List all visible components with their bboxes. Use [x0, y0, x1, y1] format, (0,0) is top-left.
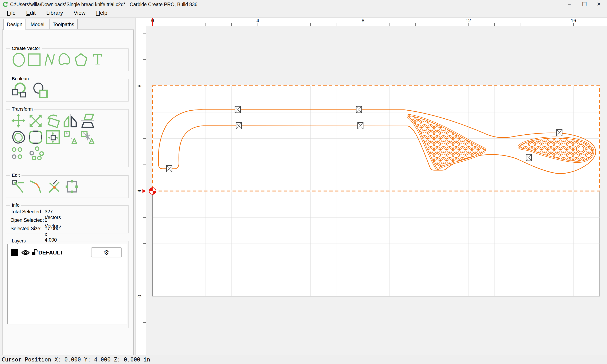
hole-clearance [575, 143, 586, 154]
tab-design[interactable]: Design [3, 19, 26, 30]
boolean-subtract-icon[interactable] [32, 82, 49, 99]
ruler-tick [415, 23, 416, 26]
curve-edit-tool-icon[interactable] [29, 179, 44, 194]
section-title: Create Vector [10, 46, 42, 51]
section-boolean: Boolean [6, 79, 129, 102]
tab-marker[interactable] [356, 106, 362, 113]
section-edit: Edit [6, 175, 129, 198]
inset-tool-icon[interactable] [46, 130, 60, 144]
window-title: C:\Users\willa\Downloads\Single bread kn… [10, 2, 197, 7]
section-create-vector: Create Vector T [6, 49, 129, 71]
rotate-tool-icon[interactable] [46, 113, 61, 128]
layer-name: DEFAULT [38, 249, 63, 256]
ruler-tick [143, 59, 146, 60]
ruler-label: 8 [358, 18, 368, 24]
flip-tool-icon[interactable] [80, 113, 95, 128]
section-title: Edit [10, 172, 22, 178]
layer-unlocked-icon[interactable] [31, 248, 38, 256]
section-layers: Layers DEFAULT ⚙ [6, 241, 129, 328]
section-info: Info Total Selected: 327 Vectors Open Se… [6, 205, 129, 234]
cursor-arrow-icon [143, 189, 146, 193]
align-snap-tool-icon[interactable] [80, 130, 95, 144]
offset-tool-icon[interactable] [11, 130, 26, 144]
layer-visible-eye-icon[interactable] [22, 249, 29, 256]
fillet-tool-icon[interactable] [28, 130, 43, 144]
menu-bar: File Edit Library View Help [0, 8, 607, 18]
layer-color-swatch[interactable] [11, 249, 18, 256]
tab-marker[interactable] [167, 166, 172, 172]
ruler-tick [494, 23, 495, 26]
circle-tool-icon[interactable] [12, 52, 26, 67]
ruler-tick [143, 33, 146, 34]
tab-marker[interactable] [235, 106, 240, 113]
ruler-label: 16 [569, 18, 578, 24]
design-panel: Create Vector T Boolean [2, 29, 134, 364]
section-title: Info [10, 202, 21, 208]
boolean-union-icon[interactable] [11, 82, 27, 99]
menu-help[interactable]: Help [93, 8, 110, 17]
close-button[interactable]: ✕ [592, 0, 605, 8]
ruler-tick [143, 296, 146, 296]
ruler-tick [284, 23, 284, 26]
ruler-tick [179, 23, 179, 26]
rectangle-tool-icon[interactable] [27, 53, 41, 66]
ruler-tick [547, 23, 547, 26]
ruler-tick [143, 112, 146, 112]
sidebar: Design Model Toolpaths Create Vector T [0, 18, 136, 356]
ruler-tick [442, 23, 442, 26]
minimize-button[interactable]: – [563, 0, 576, 8]
ruler-tick [205, 23, 206, 26]
ruler-tick [600, 23, 600, 26]
menu-view[interactable]: View [71, 8, 89, 17]
layer-settings-button[interactable]: ⚙ [91, 247, 122, 257]
tab-marker[interactable] [557, 130, 562, 136]
tab-marker[interactable] [358, 123, 363, 129]
linear-array-icon[interactable] [11, 146, 25, 161]
layer-row[interactable]: DEFAULT ⚙ [8, 247, 127, 258]
tab-marker[interactable] [526, 154, 531, 161]
tab-marker[interactable] [236, 123, 241, 129]
text-tool-icon[interactable]: T [91, 52, 105, 66]
scale-tool-icon[interactable] [28, 113, 43, 128]
ruler-label: 8 [137, 83, 143, 89]
layers-list: DEFAULT ⚙ [7, 244, 127, 325]
tab-toolpaths[interactable]: Toolpaths [49, 19, 78, 29]
cursor-indicator-x [152, 18, 153, 26]
trim-tool-icon[interactable] [47, 179, 62, 194]
ruler-label: 0 [137, 293, 143, 299]
ruler-horizontal: 0481216 [146, 18, 607, 26]
ruler-label: 4 [253, 18, 262, 24]
mirror-tool-icon[interactable] [63, 113, 78, 128]
ruler-tick [143, 165, 146, 165]
polygon-tool-icon[interactable] [74, 53, 88, 66]
curve-tool-icon[interactable] [57, 53, 71, 66]
ruler-tick [143, 270, 146, 270]
info-total-selected: Total Selected: 327 Vectors [11, 209, 42, 215]
move-tool-icon[interactable] [11, 113, 26, 128]
menu-library[interactable]: Library [43, 8, 66, 17]
section-title: Boolean [10, 76, 31, 81]
tab-model[interactable]: Model [26, 19, 49, 29]
ruler-tick [143, 138, 146, 139]
status-bar: Cursor Position X: 0.000 Y: 4.000 Z: 0.0… [0, 355, 607, 364]
ruler-tick [231, 23, 232, 26]
polyline-tool-icon[interactable] [43, 53, 56, 66]
info-open-selected: Open Selected: 0 Vectors [11, 217, 44, 223]
ruler-corner [136, 18, 146, 26]
align-tool-icon[interactable] [63, 130, 78, 144]
design-canvas[interactable] [146, 26, 607, 355]
section-title: Layers [10, 238, 27, 244]
ruler-tick [310, 23, 311, 26]
drawing-surface[interactable] [146, 26, 607, 355]
restore-button[interactable]: ❐ [578, 0, 591, 8]
rect-edit-tool-icon[interactable] [65, 179, 79, 194]
section-transform: Transform [6, 109, 129, 167]
circular-array-icon[interactable] [29, 146, 44, 161]
menu-edit[interactable]: Edit [23, 8, 39, 17]
node-edit-tool-icon[interactable] [11, 179, 26, 194]
ruler-tick [143, 86, 146, 86]
ruler-tick [521, 23, 521, 26]
menu-file[interactable]: File [4, 8, 19, 17]
ruler-tick [143, 243, 146, 244]
origin-marker[interactable] [149, 188, 156, 195]
